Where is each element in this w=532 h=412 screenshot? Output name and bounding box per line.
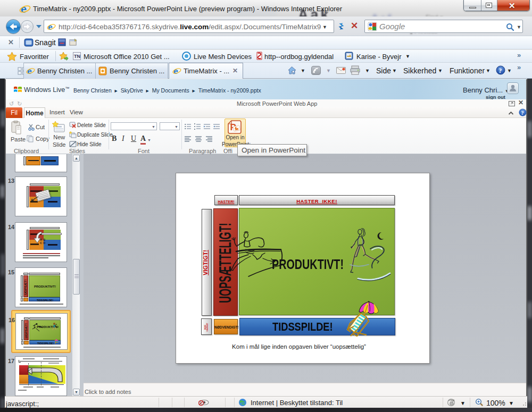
svg-text:?: ? (521, 110, 524, 116)
svg-text:TN: TN (74, 54, 80, 59)
svg-text:?: ? (498, 67, 502, 74)
